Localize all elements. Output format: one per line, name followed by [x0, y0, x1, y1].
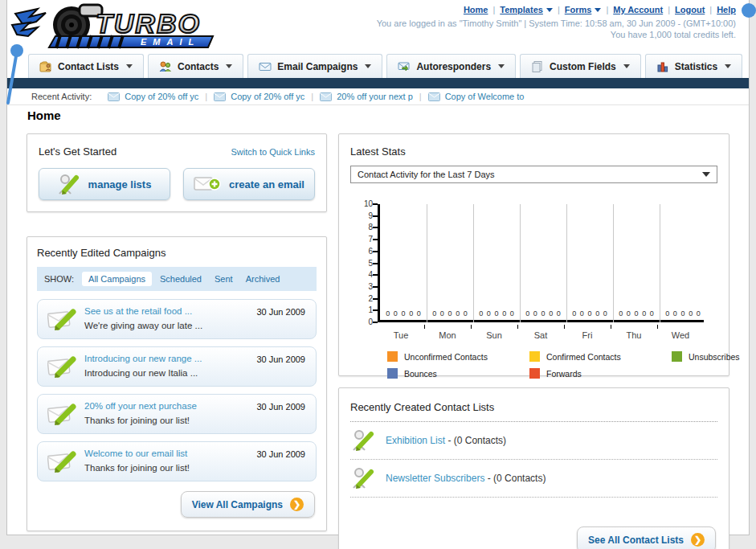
filter-sent[interactable]: Sent	[215, 274, 233, 284]
turbo-email-logo: TURBO EMAIL	[10, 2, 226, 49]
see-all-contact-lists-button[interactable]: See All Contact Lists ❯	[577, 526, 716, 549]
envelope-edit-icon	[47, 354, 78, 379]
data-value-label: 0	[642, 309, 646, 318]
data-value-label: 0	[549, 309, 553, 318]
recent-activity-item[interactable]: 20% off your next p	[320, 92, 413, 101]
data-value-label: 0	[464, 309, 468, 318]
contact-list-item: Newsletter Subscribers - (0 Contacts)	[350, 460, 717, 498]
data-value-label: 0	[572, 309, 576, 318]
y-axis-tick	[373, 251, 378, 252]
header-link-templates[interactable]: Templates	[500, 5, 553, 14]
nav-tab-label: Statistics	[675, 61, 717, 72]
nav-tab-contacts[interactable]: Contacts	[148, 54, 243, 78]
arrow-right-icon: ❯	[290, 498, 304, 511]
data-value-label: 0	[557, 309, 561, 318]
y-axis-tick-label: 9	[355, 211, 373, 220]
legend-swatch	[529, 368, 540, 379]
header: TURBO EMAIL Home | Templates | Forms | M…	[7, 0, 749, 51]
y-axis-tick-label: 8	[355, 223, 373, 231]
legend-item: Forwards	[529, 368, 672, 379]
recently-created-contact-lists-panel: Recently Created Contact Lists Exhibitio…	[338, 387, 729, 549]
x-axis-category-label: Sun	[486, 330, 502, 340]
logo-text-email: EMAIL	[141, 37, 200, 47]
envelope-icon	[108, 92, 120, 101]
separator: |	[492, 5, 495, 14]
gridline	[520, 204, 521, 322]
view-all-campaigns-button[interactable]: View All Campaigns ❯	[181, 491, 315, 518]
data-value-label: 0	[432, 309, 436, 318]
statistics-icon	[656, 60, 669, 73]
legend-swatch	[387, 351, 398, 362]
data-value-label: 0	[673, 309, 677, 318]
gridline	[613, 204, 614, 322]
data-value-label: 0	[487, 309, 491, 318]
nav-tab-contact-lists[interactable]: Contact Lists	[28, 54, 144, 78]
legend-label: Confirmed Contacts	[546, 352, 621, 362]
nav-tab-statistics[interactable]: Statistics	[645, 54, 742, 78]
help-badge-icon[interactable]	[742, 3, 756, 18]
recent-activity-link: Copy of Welcome to	[445, 92, 525, 101]
data-value-label: 0	[440, 309, 444, 318]
switch-quick-links-link[interactable]: Switch to Quick Links	[231, 147, 315, 157]
data-value-label: 0	[401, 309, 405, 318]
data-value-label: 0	[680, 309, 684, 318]
envelope-edit-icon	[47, 307, 78, 331]
y-axis-tick-label: 5	[355, 259, 373, 268]
legend-label: Bounces	[404, 369, 437, 379]
data-value-label: 0	[510, 309, 514, 318]
y-axis-tick-label: 6	[355, 247, 373, 256]
header-link-home[interactable]: Home	[464, 5, 488, 14]
chevron-down-icon	[702, 172, 710, 177]
recent-activity-link: Copy of 20% off yc	[125, 92, 198, 101]
x-axis-tick	[564, 325, 565, 329]
create-email-button[interactable]: create an email	[183, 168, 315, 200]
envelope-icon	[214, 92, 226, 101]
y-axis-tick-label: 7	[355, 235, 373, 244]
filter-archived[interactable]: Archived	[246, 274, 280, 284]
gridline	[473, 204, 474, 322]
stats-dropdown[interactable]: Contact Activity for the Last 7 Days	[350, 166, 717, 183]
y-axis-tick	[373, 215, 378, 217]
contact-list-items: Exhibition List - (0 Contacts)Newsletter…	[350, 422, 717, 498]
main-content: Home Let's Get Started Switch to Quick L…	[7, 107, 749, 549]
page-title: Home	[27, 109, 729, 122]
gridline	[427, 204, 427, 322]
recent-activity-item[interactable]: Copy of 20% off yc	[214, 92, 304, 101]
x-axis-tick	[657, 325, 658, 329]
manage-lists-icon	[58, 173, 80, 195]
logo-text-turbo: TURBO	[96, 8, 201, 39]
header-links: Home | Templates | Forms | My Account | …	[464, 5, 736, 14]
data-value-label: 0	[456, 309, 460, 318]
legend-swatch	[529, 351, 540, 362]
nav-tab-label: Contact Lists	[58, 61, 119, 72]
data-value-label: 0	[533, 309, 537, 318]
separator: |	[606, 5, 608, 14]
recent-activity-item[interactable]: Copy of 20% off yc	[108, 92, 198, 101]
nav-tab-email-campaigns[interactable]: Email Campaigns	[247, 54, 382, 78]
legend-label: Unconfirmed Contacts	[404, 352, 488, 362]
header-link-forms[interactable]: Forms	[565, 5, 602, 14]
recent-activity-item[interactable]: Copy of Welcome to	[428, 92, 525, 101]
nav-tab-autoresponders[interactable]: Autoresponders	[386, 54, 516, 78]
status-line-1: You are logged in as "Timothy Smith" | S…	[377, 18, 736, 29]
filter-all-campaigns[interactable]: All Campaigns	[82, 272, 152, 286]
header-link-my-account[interactable]: My Account	[613, 5, 663, 14]
envelope-icon	[320, 92, 332, 101]
manage-lists-button[interactable]: manage lists	[39, 168, 170, 200]
create-email-icon	[194, 174, 221, 194]
chart-legend: Unconfirmed ContactsConfirmed ContactsUn…	[387, 351, 740, 379]
header-link-logout[interactable]: Logout	[675, 5, 705, 14]
campaign-row: Welcome to our email listThanks for join…	[37, 441, 317, 481]
y-axis-tick	[373, 298, 378, 300]
data-value-label: 0	[447, 309, 452, 318]
header-link-help[interactable]: Help	[717, 5, 736, 14]
campaign-date: 30 Jun 2009	[256, 402, 305, 412]
contact-list-link[interactable]: Exhibition List	[386, 435, 445, 446]
y-axis-tick-label: 2	[355, 294, 373, 303]
filter-scheduled[interactable]: Scheduled	[160, 274, 202, 284]
separator: |	[709, 5, 712, 14]
data-value-label: 0	[587, 309, 591, 318]
contact-list-link[interactable]: Newsletter Subscribers	[386, 473, 484, 484]
nav-tab-custom-fields[interactable]: Custom Fields	[520, 54, 641, 78]
content-box: TURBO EMAIL Home | Templates | Forms | M…	[6, 0, 750, 535]
